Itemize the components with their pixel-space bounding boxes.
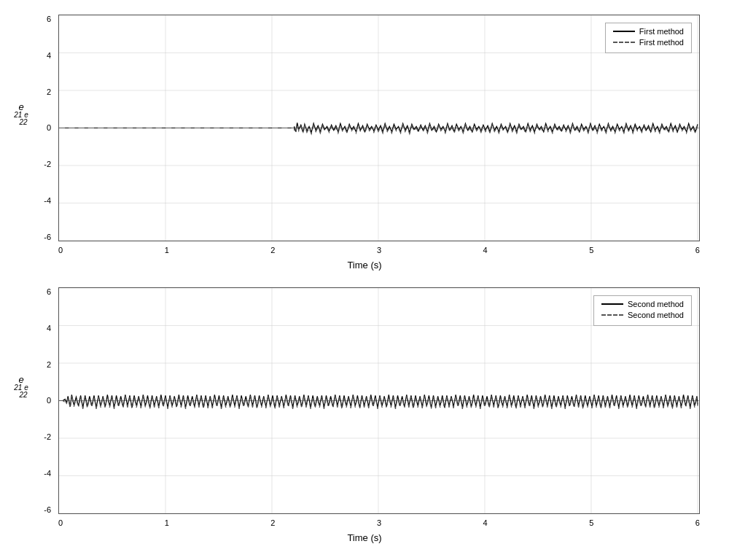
y-tick-n2: -2 xyxy=(44,160,51,168)
y-label-subs: 21 e22 xyxy=(14,112,28,126)
x-tick-1: 1 xyxy=(165,246,169,254)
y2-tick-6: 6 xyxy=(47,287,51,296)
y2-tick-n6: -6 xyxy=(44,505,51,514)
top-legend-solid-line xyxy=(613,31,635,32)
top-chart-svg xyxy=(59,15,699,241)
top-y-tick-labels: 6 4 2 0 -2 -4 -6 xyxy=(26,15,51,241)
y2-tick-0: 0 xyxy=(47,396,51,405)
page: 6 4 2 0 -2 -4 -6 e 21 e22 xyxy=(0,0,729,560)
top-legend: First method First method xyxy=(605,23,692,53)
y2-label-subs: 21 e22 xyxy=(14,384,28,399)
y2-tick-2: 2 xyxy=(47,360,51,369)
bottom-legend: Second method Second method xyxy=(593,295,692,326)
bottom-x-axis-label: Time (s) xyxy=(347,532,381,543)
x2-tick-2: 2 xyxy=(270,518,275,527)
x-tick-4: 4 xyxy=(483,246,488,254)
y2-tick-n2: -2 xyxy=(44,432,51,441)
bottom-chart-container: 6 4 2 0 -2 -4 -6 e 21 e22 xyxy=(15,280,714,547)
top-legend-label-2: First method xyxy=(639,38,684,47)
top-x-tick-labels: 0 1 2 3 4 5 6 xyxy=(58,246,700,254)
bottom-y-tick-labels: 6 4 2 0 -2 -4 -6 xyxy=(26,287,51,514)
y-tick-n4: -4 xyxy=(44,196,51,205)
x2-tick-3: 3 xyxy=(377,518,381,527)
x2-tick-6: 6 xyxy=(695,518,700,527)
y2-tick-n4: -4 xyxy=(44,469,51,478)
bottom-legend-label-2: Second method xyxy=(628,311,684,319)
bottom-legend-item-1: Second method xyxy=(601,300,684,308)
top-y-axis-label: e 21 e22 xyxy=(16,102,26,125)
top-legend-dashed-line xyxy=(613,42,635,43)
x-tick-0: 0 xyxy=(58,246,63,254)
x2-tick-5: 5 xyxy=(589,518,593,527)
x2-tick-0: 0 xyxy=(58,518,63,527)
top-legend-label-1: First method xyxy=(639,27,684,36)
top-legend-item-2: First method xyxy=(613,38,684,47)
y-tick-4: 4 xyxy=(47,51,51,60)
y-tick-6: 6 xyxy=(47,15,51,23)
x2-tick-4: 4 xyxy=(483,518,488,527)
x2-tick-1: 1 xyxy=(165,518,169,527)
x-tick-2: 2 xyxy=(270,246,275,254)
x-tick-3: 3 xyxy=(377,246,381,254)
x-tick-5: 5 xyxy=(589,246,593,254)
bottom-chart-area: Second method Second method xyxy=(58,287,700,514)
bottom-x-tick-labels: 0 1 2 3 4 5 6 xyxy=(58,518,700,527)
bottom-legend-dashed-line xyxy=(601,314,623,316)
y-tick-2: 2 xyxy=(47,88,51,96)
bottom-legend-solid-line xyxy=(601,303,623,305)
bottom-legend-label-1: Second method xyxy=(628,300,684,308)
bottom-legend-item-2: Second method xyxy=(601,311,684,319)
top-x-axis-label: Time (s) xyxy=(347,260,381,271)
top-chart-container: 6 4 2 0 -2 -4 -6 e 21 e22 xyxy=(15,7,714,274)
y2-tick-4: 4 xyxy=(47,324,51,332)
top-legend-item-1: First method xyxy=(613,27,684,36)
y-tick-0: 0 xyxy=(47,123,51,132)
y-tick-n6: -6 xyxy=(44,233,51,241)
top-chart-area: First method First method xyxy=(58,15,700,241)
x-tick-6: 6 xyxy=(695,246,700,254)
bottom-y-axis-label: e 21 e22 xyxy=(16,375,26,398)
